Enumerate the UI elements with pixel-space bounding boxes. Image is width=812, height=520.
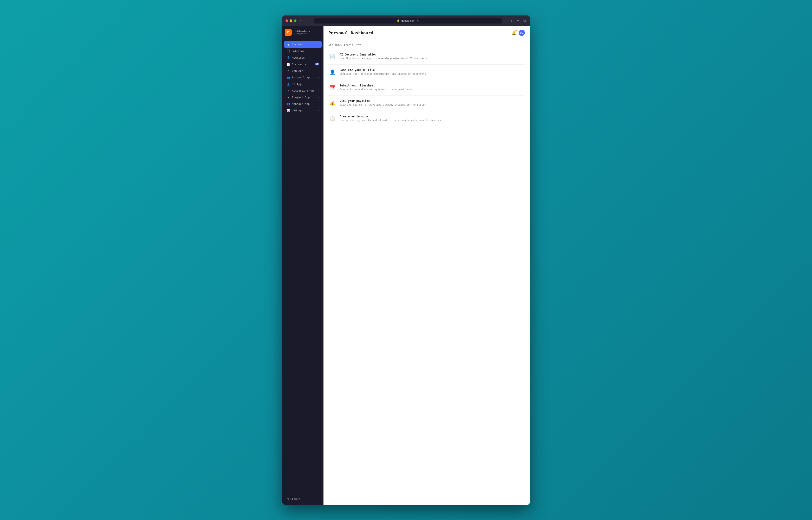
sidebar-item-label: Dashboard xyxy=(292,43,319,46)
user-profile[interactable]: 🛡 clint@mail.com super_admin xyxy=(282,26,323,39)
sidebar-footer: ⬚ Logout xyxy=(282,493,323,505)
user-info: clint@mail.com super_admin xyxy=(294,30,310,35)
access-item-hr-file[interactable]: 👤 Complete your HR File Complete your pe… xyxy=(328,64,525,80)
sidebar-item-hr-app[interactable]: 👤 HR App › xyxy=(284,81,322,87)
item-desc-payslips: View and search for payslips already cre… xyxy=(340,103,426,106)
sidebar-item-crm-app[interactable]: 📊 CRM App › xyxy=(284,107,322,114)
sidebar-item-label: Manager App xyxy=(292,102,316,105)
new-tab-button[interactable]: + xyxy=(516,18,520,23)
forward-button[interactable]: › xyxy=(303,18,307,23)
sidebar-item-manager-app[interactable]: 👥 Manager App › xyxy=(284,101,322,107)
item-title-timesheet: Submit your timesheet xyxy=(340,84,413,87)
logout-icon: ⬚ xyxy=(287,497,289,501)
hr-icon: 👤 xyxy=(287,82,290,86)
minimize-button[interactable] xyxy=(290,19,292,22)
access-item-invoice[interactable]: 📋 Create an invoice Use accounting app t… xyxy=(328,111,525,126)
item-title-hr-file: Complete your HR File xyxy=(340,68,426,72)
close-button[interactable] xyxy=(286,19,288,22)
calendar-icon xyxy=(287,50,290,52)
sidebar-item-okr-app[interactable]: ◎ OKR App › xyxy=(284,68,322,74)
item-icon-hr-file: 👤 xyxy=(328,68,336,76)
browser-window: ‹ › 🔒 google.com ↻ ⬆ + ⧉ 🛡 clint@mail.co… xyxy=(282,16,530,505)
item-title-payslips: View your payslips xyxy=(340,99,426,103)
item-desc-hr-file: Complete your personal information and u… xyxy=(340,73,426,75)
sidebar-item-documents[interactable]: 📄 Documents AI xyxy=(284,61,322,68)
sidebar-item-label: Meetings xyxy=(292,56,319,59)
sidebar-item-accounting-app[interactable]: ▭ Accounting App › xyxy=(284,87,322,94)
refresh-icon[interactable]: ↻ xyxy=(417,19,419,22)
sidebar-item-label: Documents xyxy=(292,63,313,66)
notification-badge xyxy=(515,30,517,32)
okr-icon: ◎ xyxy=(287,69,290,73)
sidebar-item-project-app[interactable]: ◉ Project App › xyxy=(284,94,322,101)
chevron-right-icon: › xyxy=(318,89,319,92)
notification-button[interactable]: 🔔 xyxy=(512,30,516,35)
sidebar-item-label: HR App xyxy=(292,82,316,86)
documents-icon: 📄 xyxy=(287,63,290,66)
user-avatar: 🛡 xyxy=(285,29,292,36)
share-button[interactable]: ⬆ xyxy=(509,18,513,23)
header-actions: 🔔 CO xyxy=(512,30,525,36)
user-email: clint@mail.com xyxy=(294,30,310,32)
crm-icon: 📊 xyxy=(287,109,290,112)
item-text-ai-doc: AI Document Generation Use Skhokho notes… xyxy=(340,53,428,60)
maximize-button[interactable] xyxy=(294,19,296,22)
nav-buttons: ‹ › xyxy=(299,18,307,23)
sidebar-item-dashboard[interactable]: ▦ Dashboard xyxy=(284,41,322,48)
sidebar-item-personal-app[interactable]: 👥 Personal App › xyxy=(284,74,322,81)
item-title-ai-doc: AI Document Generation xyxy=(340,53,428,56)
browser-chrome: ‹ › 🔒 google.com ↻ ⬆ + ⧉ xyxy=(282,16,530,26)
back-button[interactable]: ‹ xyxy=(299,18,302,23)
chevron-right-icon: › xyxy=(318,96,319,99)
access-item-payslips[interactable]: 💰 View your payslips View and search for… xyxy=(328,96,525,111)
quick-access-list: 📄 AI Document Generation Use Skhokho not… xyxy=(328,49,525,126)
page-body: APP QUICK ACCESS LIST 📄 AI Document Gene… xyxy=(323,40,530,130)
url-text: google.com xyxy=(402,19,415,22)
sidebar-item-meetings[interactable]: 👤 Meetings xyxy=(284,54,322,61)
item-title-invoice: Create an invoice xyxy=(340,115,441,118)
item-icon-invoice: 📋 xyxy=(328,115,336,123)
lock-icon: 🔒 xyxy=(397,19,400,22)
page-title: Personal Dashboard xyxy=(328,30,373,35)
page-header: Personal Dashboard 🔔 CO xyxy=(323,26,530,40)
document-icon: 📄 xyxy=(330,54,335,59)
nav-menu: ▦ Dashboard Calendar 👤 Meetings 📄 Docume… xyxy=(282,39,323,493)
project-icon: ◉ xyxy=(287,96,290,99)
logout-button[interactable]: ⬚ Logout xyxy=(284,496,322,502)
dashboard-icon: ▦ xyxy=(287,43,290,46)
chevron-right-icon: › xyxy=(318,83,319,85)
item-text-hr-file: Complete your HR File Complete your pers… xyxy=(340,68,426,75)
personal-icon: 👥 xyxy=(287,76,290,79)
calendar-date-icon: 📅 xyxy=(330,85,335,90)
manager-icon: 👥 xyxy=(287,102,290,105)
ai-badge: AI xyxy=(315,63,319,66)
chevron-right-icon: › xyxy=(318,109,319,112)
clipboard-icon: 📋 xyxy=(330,116,335,121)
sidebar-item-label: Calendar xyxy=(292,50,319,53)
sidebar-item-label: OKR App xyxy=(292,69,316,73)
user-chip[interactable]: CO xyxy=(519,30,525,36)
meetings-icon: 👤 xyxy=(287,56,290,59)
user-role: super_admin xyxy=(294,32,310,35)
item-icon-payslips: 💰 xyxy=(328,99,336,107)
access-item-timesheet[interactable]: 📅 Submit your timesheet Create timesheet… xyxy=(328,80,525,96)
item-icon-ai-doc: 📄 xyxy=(328,53,336,61)
sidebar: 🛡 clint@mail.com super_admin ▦ Dashboard… xyxy=(282,26,323,505)
item-text-payslips: View your payslips View and search for p… xyxy=(340,99,426,106)
person-icon: 👤 xyxy=(330,70,335,75)
item-desc-invoice: Use accounting app to add client profile… xyxy=(340,119,441,122)
chevron-right-icon: › xyxy=(318,103,319,105)
access-item-ai-doc[interactable]: 📄 AI Document Generation Use Skhokho not… xyxy=(328,49,525,64)
money-icon: 💰 xyxy=(330,101,335,106)
item-desc-ai-doc: Use Skhokho notes app to generate profes… xyxy=(340,57,428,60)
sidebar-item-label: Personal App xyxy=(292,76,316,79)
sidebar-item-label: Accounting App xyxy=(292,89,316,92)
item-text-timesheet: Submit your timesheet Create timesheets … xyxy=(340,84,413,91)
sidebar-item-calendar[interactable]: Calendar xyxy=(284,48,322,54)
item-icon-timesheet: 📅 xyxy=(328,84,336,92)
chevron-right-icon: › xyxy=(318,70,319,72)
address-bar[interactable]: 🔒 google.com ↻ xyxy=(314,18,502,24)
tabs-button[interactable]: ⧉ xyxy=(522,18,526,23)
sidebar-item-label: Project App xyxy=(292,96,316,99)
app-container: 🛡 clint@mail.com super_admin ▦ Dashboard… xyxy=(282,26,530,505)
